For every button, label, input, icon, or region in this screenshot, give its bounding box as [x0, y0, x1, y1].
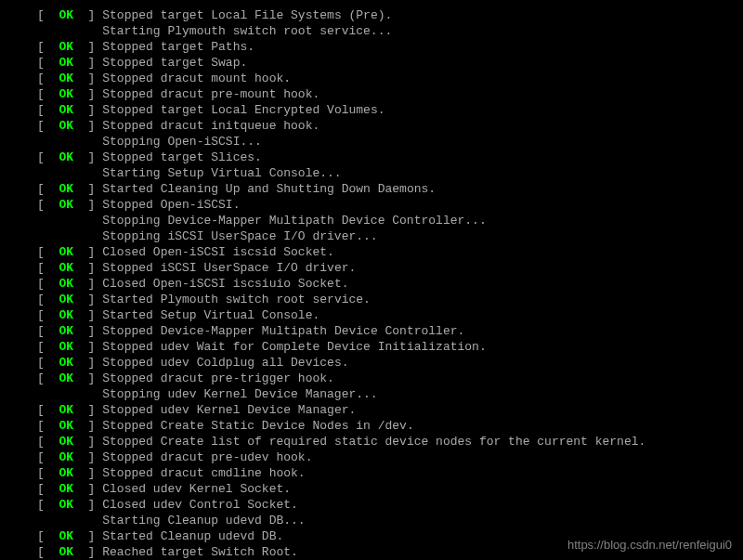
log-line: [ OK ] Stopped udev Coldplug all Devices… [37, 355, 743, 371]
log-indent [37, 165, 102, 181]
status-ok: OK [59, 150, 73, 164]
log-message: Closed Open-iSCSI iscsid Socket. [102, 245, 334, 259]
status-ok: OK [59, 498, 73, 512]
log-message: Stopped target Local Encrypted Volumes. [102, 103, 385, 117]
bracket-open: [ [37, 8, 59, 22]
log-line: [ OK ] Stopped udev Wait for Complete De… [37, 339, 743, 355]
status-ok: OK [59, 545, 73, 559]
bracket-close: ] [73, 356, 102, 370]
log-message: Started Setup Virtual Console. [102, 308, 319, 322]
bracket-open: [ [37, 198, 59, 212]
log-message: Started Plymouth switch root service. [102, 293, 371, 306]
log-indent [37, 513, 102, 528]
bracket-close: ] [73, 498, 102, 512]
status-ok: OK [59, 356, 73, 370]
status-ok: OK [59, 308, 73, 322]
bracket-open: [ [37, 403, 59, 417]
status-ok: OK [59, 371, 73, 385]
log-message: Stopped Create Static Device Nodes in /d… [102, 419, 413, 433]
log-line: [ OK ] Stopped dracut pre-mount hook. [37, 86, 743, 102]
log-message: Starting Plymouth switch root service... [102, 24, 392, 38]
log-line: [ OK ] Stopped target Paths. [37, 39, 743, 55]
log-message: Closed Open-iSCSI iscsiuio Socket. [102, 277, 348, 291]
log-line: [ OK ] Stopped target Swap. [37, 55, 743, 71]
bracket-close: ] [73, 72, 102, 85]
log-indent [37, 228, 102, 244]
bracket-close: ] [73, 435, 102, 449]
log-line: Stopping udev Kernel Device Manager... [37, 386, 743, 402]
bracket-open: [ [37, 371, 59, 385]
log-line: [ OK ] Stopped dracut pre-udev hook. [37, 449, 743, 465]
log-line: [ OK ] Stopped dracut cmdline hook. [37, 465, 743, 481]
log-line: Stopping iSCSI UserSpace I/O driver... [37, 228, 743, 244]
log-message: Stopped target Slices. [102, 150, 262, 164]
log-line: [ OK ] Stopped Create list of required s… [37, 434, 743, 449]
status-ok: OK [59, 182, 73, 196]
log-message: Stopped target Swap. [102, 56, 247, 70]
log-message: Starting Cleanup udevd DB... [102, 514, 305, 527]
bracket-close: ] [73, 182, 102, 196]
bracket-open: [ [37, 419, 59, 433]
bracket-open: [ [37, 119, 59, 133]
bracket-open: [ [37, 87, 59, 101]
log-line: [ OK ] Stopped target Local File Systems… [37, 7, 743, 23]
status-ok: OK [59, 103, 73, 117]
log-line: [ OK ] Stopped Create Static Device Node… [37, 418, 743, 434]
bracket-close: ] [73, 56, 102, 70]
bracket-open: [ [37, 498, 59, 512]
bracket-open: [ [37, 40, 59, 54]
log-line: Starting Plymouth switch root service... [37, 23, 743, 39]
log-message: Stopped dracut cmdline hook. [102, 466, 305, 480]
log-message: Stopped dracut initqueue hook. [102, 119, 319, 133]
log-message: Stopped Create list of required static d… [102, 435, 645, 449]
bracket-close: ] [73, 403, 102, 417]
bracket-close: ] [73, 261, 102, 275]
bracket-open: [ [37, 529, 59, 543]
bracket-close: ] [73, 324, 102, 338]
bracket-open: [ [37, 356, 59, 370]
status-ok: OK [59, 340, 73, 354]
bracket-open: [ [37, 435, 59, 449]
status-ok: OK [59, 72, 73, 85]
log-line: [ OK ] Closed udev Kernel Socket. [37, 481, 743, 497]
bracket-open: [ [37, 72, 59, 85]
bracket-close: ] [73, 40, 102, 54]
bracket-close: ] [73, 8, 102, 22]
log-line: [ OK ] Stopped Open-iSCSI. [37, 197, 743, 213]
status-ok: OK [59, 293, 73, 306]
bracket-open: [ [37, 545, 59, 559]
bracket-close: ] [73, 450, 102, 464]
bracket-close: ] [73, 308, 102, 322]
log-message: Stopping Open-iSCSI... [102, 135, 262, 149]
bracket-open: [ [37, 450, 59, 464]
status-ok: OK [59, 482, 73, 496]
log-line: Stopping Device-Mapper Multipath Device … [37, 213, 743, 228]
status-ok: OK [59, 529, 73, 543]
bracket-open: [ [37, 182, 59, 196]
log-message: Stopped target Local File Systems (Pre). [102, 8, 392, 22]
log-message: Stopped dracut pre-udev hook. [102, 450, 312, 464]
log-message: Stopping iSCSI UserSpace I/O driver... [102, 229, 377, 243]
bracket-open: [ [37, 277, 59, 291]
log-message: Started Cleaning Up and Shutting Down Da… [102, 182, 436, 196]
bracket-open: [ [37, 340, 59, 354]
log-line: [ OK ] Stopped Device-Mapper Multipath D… [37, 323, 743, 339]
bracket-open: [ [37, 482, 59, 496]
status-ok: OK [59, 277, 73, 291]
bracket-close: ] [73, 277, 102, 291]
watermark-text: https://blog.csdn.net/renfeigui0 [567, 537, 732, 553]
log-message: Stopped iSCSI UserSpace I/O driver. [102, 261, 356, 275]
log-message: Closed udev Control Socket. [102, 498, 298, 512]
bracket-open: [ [37, 466, 59, 480]
status-ok: OK [59, 450, 73, 464]
log-indent [37, 23, 102, 39]
bracket-close: ] [73, 198, 102, 212]
log-line: [ OK ] Closed Open-iSCSI iscsiuio Socket… [37, 276, 743, 292]
bracket-close: ] [73, 545, 102, 559]
log-message: Stopped dracut pre-trigger hook. [102, 371, 334, 385]
log-message: Stopping Device-Mapper Multipath Device … [102, 214, 486, 228]
log-message: Stopped dracut pre-mount hook. [102, 87, 319, 101]
status-ok: OK [59, 419, 73, 433]
status-ok: OK [59, 56, 73, 70]
log-line: [ OK ] Stopped dracut mount hook. [37, 71, 743, 86]
